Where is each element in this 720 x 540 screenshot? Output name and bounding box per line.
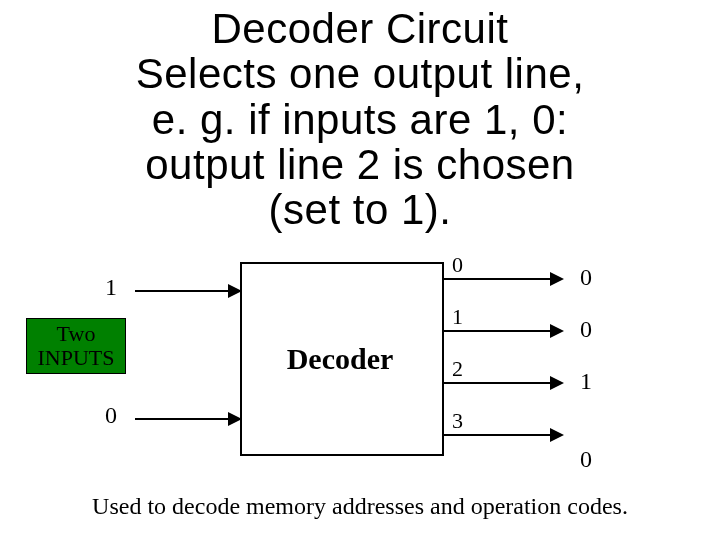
two-inputs-line1: Two (57, 321, 96, 346)
output-index-2: 2 (452, 356, 463, 382)
two-inputs-box: Two INPUTS (26, 318, 126, 374)
output-wire-1 (442, 330, 552, 332)
output-index-0: 0 (452, 252, 463, 278)
decoder-label: Decoder (240, 342, 440, 376)
caption: Used to decode memory addresses and oper… (0, 493, 720, 520)
input-wire-top (135, 290, 230, 292)
arrowhead-icon (228, 284, 242, 298)
output-wire-0 (442, 278, 552, 280)
slide-title: Decoder Circuit Selects one output line,… (0, 6, 720, 233)
arrowhead-icon (228, 412, 242, 426)
output-value-3: 0 (580, 446, 592, 473)
title-line-1: Decoder Circuit (212, 5, 509, 52)
decoder-diagram: Decoder Two INPUTS 1 0 0 0 1 0 2 1 (0, 250, 720, 490)
slide: Decoder Circuit Selects one output line,… (0, 0, 720, 540)
output-wire-2 (442, 382, 552, 384)
title-line-2: Selects one output line, (136, 50, 585, 97)
output-value-1: 0 (580, 316, 592, 343)
arrowhead-icon (550, 324, 564, 338)
output-value-0: 0 (580, 264, 592, 291)
two-inputs-line2: INPUTS (37, 345, 114, 370)
arrowhead-icon (550, 272, 564, 286)
input-value-top: 1 (105, 274, 117, 301)
input-value-bottom: 0 (105, 402, 117, 429)
title-line-3: e. g. if inputs are 1, 0: (152, 96, 568, 143)
arrowhead-icon (550, 376, 564, 390)
output-index-1: 1 (452, 304, 463, 330)
output-value-2: 1 (580, 368, 592, 395)
output-index-3: 3 (452, 408, 463, 434)
arrowhead-icon (550, 428, 564, 442)
title-line-4: output line 2 is chosen (145, 141, 574, 188)
output-wire-3 (442, 434, 552, 436)
title-line-5: (set to 1). (269, 186, 452, 233)
input-wire-bottom (135, 418, 230, 420)
